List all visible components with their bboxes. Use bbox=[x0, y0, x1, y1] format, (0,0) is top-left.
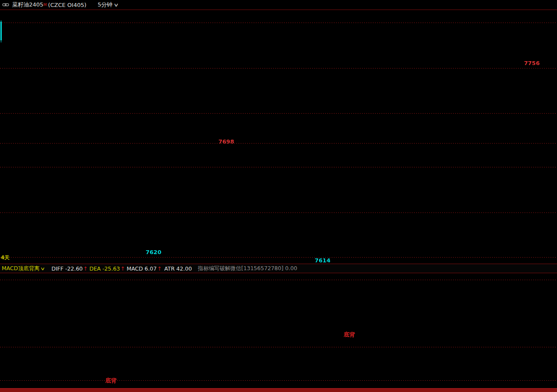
dea-readout: DEA -25.63↑ bbox=[89, 265, 125, 272]
instrument-title[interactable]: 菜籽油2405 bbox=[12, 1, 43, 9]
title-bar: 菜籽油2405 M (CZCE OI405) 5分钟 ∨ bbox=[0, 0, 557, 10]
price-label-swing-high: 7698 bbox=[218, 139, 234, 145]
main-contract-flag: M bbox=[43, 3, 47, 7]
divergence-label-right: 底背 bbox=[344, 332, 355, 338]
candlestick-macd-chart-canvas[interactable] bbox=[0, 0, 557, 392]
trading-app-window: { "header": { "instrument": "菜籽油2405", "… bbox=[0, 0, 557, 392]
up-arrow-icon: ↑ bbox=[83, 265, 88, 272]
exchange-code: (CZCE OI405) bbox=[48, 2, 86, 8]
link-icon[interactable] bbox=[2, 3, 9, 7]
bottom-scrollbar[interactable] bbox=[0, 388, 557, 392]
divergence-label-left: 底背 bbox=[105, 378, 117, 384]
price-label-secondary-low: 7614 bbox=[315, 258, 330, 264]
chevron-down-icon[interactable]: ∨ bbox=[113, 2, 119, 8]
indicator-bar: MACD顶底背离 ∨ DIFF -22.60↑ DEA -25.63↑ MACD… bbox=[0, 264, 557, 273]
visible-span-label: 4天 bbox=[1, 255, 10, 261]
chevron-down-icon[interactable]: ∨ bbox=[40, 266, 46, 271]
macd-readout: MACD 6.07↑ bbox=[127, 265, 162, 272]
price-label-session-high: 7756 bbox=[524, 60, 540, 66]
indicator-name-label[interactable]: MACD顶底背离 bbox=[2, 265, 39, 272]
period-label[interactable]: 5分钟 bbox=[98, 1, 112, 9]
indicator-selector[interactable]: MACD顶底背离 ∨ bbox=[2, 265, 45, 272]
period-selector[interactable]: 5分钟 ∨ bbox=[98, 1, 117, 9]
diff-readout: DIFF -22.60↑ bbox=[52, 265, 88, 272]
up-arrow-icon: ↑ bbox=[121, 265, 125, 272]
price-label-swing-low: 7620 bbox=[146, 249, 161, 255]
indicator-watermark-note: 指标编写破解微信[13156572780] 0.00 bbox=[198, 265, 297, 272]
up-arrow-icon: ↑ bbox=[157, 265, 161, 272]
atr-readout: ATR 42.00 bbox=[164, 265, 192, 272]
indicator-bar-divider bbox=[0, 273, 557, 273]
